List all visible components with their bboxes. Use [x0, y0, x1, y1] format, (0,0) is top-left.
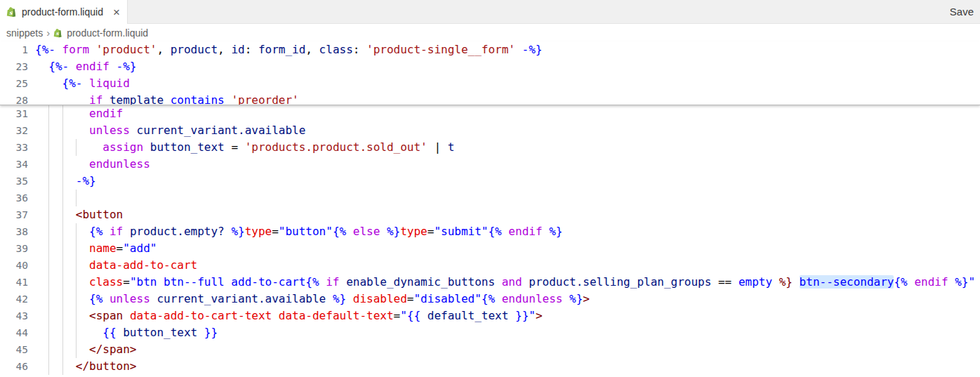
line-number[interactable]: 42 — [0, 291, 28, 307]
indent-guide — [76, 257, 77, 274]
sticky-line-28[interactable]: 28 if template contains 'preorder' — [0, 92, 980, 105]
line-number[interactable]: 23 — [0, 58, 28, 75]
indent-guide — [62, 257, 63, 274]
line-number[interactable]: 32 — [0, 122, 28, 139]
code-text: if template contains 'preorder' — [28, 92, 980, 105]
code-line-32[interactable]: 32 unless current_variant.available — [0, 122, 980, 139]
code-line-34[interactable]: 34 endunless — [0, 156, 980, 173]
code-text: class="btn btn--full add-to-cart{% if en… — [28, 274, 980, 291]
line-number[interactable]: 46 — [0, 358, 28, 375]
indent-guide — [62, 190, 63, 206]
line-number[interactable]: 41 — [0, 274, 28, 291]
shopify-icon: s — [53, 28, 63, 38]
code-text: data-add-to-cart — [28, 257, 980, 274]
line-number[interactable]: 35 — [0, 173, 28, 190]
tab-title: product-form.liquid — [22, 6, 103, 18]
code-line-42[interactable]: 42 {% unless current_variant.available %… — [0, 291, 980, 307]
breadcrumb-item-snippets[interactable]: snippets — [6, 27, 43, 39]
indent-guide — [76, 274, 77, 291]
line-number[interactable]: 28 — [0, 92, 28, 105]
indent-guide — [62, 105, 63, 122]
indent-guide — [62, 240, 63, 257]
line-number[interactable]: 37 — [0, 206, 28, 223]
indent-guide — [48, 122, 49, 139]
indent-guide — [76, 291, 77, 307]
code-line-37[interactable]: 37 <button — [0, 206, 980, 223]
code-text: {{ button_text }} — [28, 324, 980, 341]
line-number[interactable]: 33 — [0, 139, 28, 156]
close-icon[interactable]: × — [113, 6, 120, 18]
tab-bar: s product-form.liquid × Save — [0, 0, 980, 24]
code-line-44[interactable]: 44 {{ button_text }} — [0, 324, 980, 341]
code-text — [28, 190, 980, 206]
code-line-31[interactable]: 31 endif — [0, 105, 980, 122]
indent-guide — [48, 291, 49, 307]
sticky-line-23[interactable]: 23 {%- endif -%} — [0, 58, 980, 75]
code-text: </span> — [28, 341, 980, 358]
line-number[interactable]: 40 — [0, 257, 28, 274]
indent-guide — [62, 223, 63, 240]
sticky-line-25[interactable]: 25 {%- liquid — [0, 75, 980, 92]
sticky-scroll: 1{%- form 'product', product, id: form_i… — [0, 41, 980, 105]
indent-guide — [48, 307, 49, 324]
code-content[interactable]: 31 endif32 unless current_variant.availa… — [0, 105, 980, 375]
line-number[interactable]: 38 — [0, 223, 28, 240]
code-line-40[interactable]: 40 data-add-to-cart — [0, 257, 980, 274]
indent-guide — [62, 122, 63, 139]
indent-guide — [48, 324, 49, 341]
indent-guide — [76, 190, 77, 206]
line-number[interactable]: 34 — [0, 156, 28, 173]
indent-guide — [76, 341, 77, 358]
indent-guide — [76, 324, 77, 341]
breadcrumb-item-file[interactable]: product-form.liquid — [67, 27, 148, 39]
code-line-38[interactable]: 38 {% if product.empty? %}type="button"{… — [0, 223, 980, 240]
indent-guide — [48, 358, 49, 375]
code-line-46[interactable]: 46 </button> — [0, 358, 980, 375]
indent-guide — [48, 173, 49, 190]
code-editor[interactable]: 1{%- form 'product', product, id: form_i… — [0, 41, 980, 375]
line-number[interactable]: 25 — [0, 75, 28, 92]
tab-product-form-liquid[interactable]: s product-form.liquid × — [0, 0, 128, 24]
shopify-icon: s — [6, 6, 18, 18]
code-line-36[interactable]: 36 — [0, 190, 980, 206]
code-line-45[interactable]: 45 </span> — [0, 341, 980, 358]
indent-guide — [62, 173, 63, 190]
code-text: name="add" — [28, 240, 980, 257]
indent-guide — [62, 206, 63, 223]
line-number[interactable]: 45 — [0, 341, 28, 358]
breadcrumb: snippets › s product-form.liquid — [0, 24, 980, 41]
save-button[interactable]: Save — [950, 6, 974, 18]
code-line-41[interactable]: 41 class="btn btn--full add-to-cart{% if… — [0, 274, 980, 291]
sticky-line-1[interactable]: 1{%- form 'product', product, id: form_i… — [0, 41, 980, 58]
vscode-editor-window: s product-form.liquid × Save snippets › … — [0, 0, 980, 375]
line-number[interactable]: 43 — [0, 307, 28, 324]
code-text: {% if product.empty? %}type="button"{% e… — [28, 223, 980, 240]
indent-guide — [62, 156, 63, 173]
indent-guide — [48, 139, 49, 156]
line-number[interactable]: 44 — [0, 324, 28, 341]
indent-guide — [76, 240, 77, 257]
indent-guide — [62, 324, 63, 341]
code-line-43[interactable]: 43 <span data-add-to-cart-text data-defa… — [0, 307, 980, 324]
code-text: endunless — [28, 156, 980, 173]
code-line-39[interactable]: 39 name="add" — [0, 240, 980, 257]
code-text: {%- form 'product', product, id: form_id… — [28, 41, 980, 58]
indent-guide — [62, 274, 63, 291]
code-text: <span data-add-to-cart-text data-default… — [28, 307, 980, 324]
line-number[interactable]: 1 — [0, 41, 28, 58]
line-number[interactable]: 31 — [0, 105, 28, 122]
line-number[interactable]: 36 — [0, 190, 28, 206]
indent-guide — [62, 139, 63, 156]
tab-strip: Save — [128, 0, 980, 24]
indent-guide — [48, 240, 49, 257]
indent-guide — [62, 291, 63, 307]
indent-guide — [76, 223, 77, 240]
indent-guide — [48, 190, 49, 206]
code-line-35[interactable]: 35 -%} — [0, 173, 980, 190]
line-number[interactable]: 39 — [0, 240, 28, 257]
code-text: <button — [28, 206, 980, 223]
code-line-33[interactable]: 33 assign button_text = 'products.produc… — [0, 139, 980, 156]
indent-guide — [48, 223, 49, 240]
code-text: </button> — [28, 358, 980, 375]
indent-guide — [76, 307, 77, 324]
